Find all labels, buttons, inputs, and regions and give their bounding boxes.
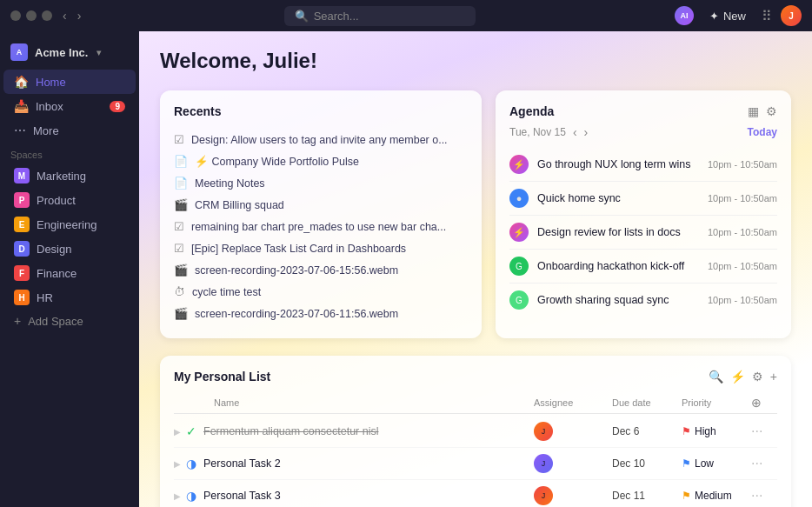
user-avatar[interactable]: J [781, 5, 802, 26]
task-assignee: J [534, 454, 612, 473]
agenda-item-icon: ⚡ [509, 155, 529, 174]
sidebar-item-more[interactable]: ⋯ More [3, 118, 136, 143]
list-item[interactable]: ☑ remaining bar chart pre_mades to use n… [174, 216, 468, 237]
minimize-control[interactable] [26, 10, 37, 21]
sidebar-item-home[interactable]: 🏠 Home [3, 70, 136, 94]
agenda-item-time: 10pm - 10:50am [708, 193, 777, 203]
agenda-item[interactable]: ● Quick home sync 10pm - 10:50am [509, 182, 777, 216]
doc-icon: 📄 [174, 177, 188, 190]
task-more-button[interactable]: ··· [751, 488, 777, 504]
task-more-button[interactable]: ··· [751, 456, 777, 471]
close-control[interactable] [10, 10, 21, 21]
star-icon: ✦ [709, 10, 719, 23]
search-tasks-button[interactable]: 🔍 [709, 370, 723, 384]
main-layout: A Acme Inc. ▾ 🏠 Home 📥 Inbox 9 ⋯ More Sp… [0, 31, 812, 507]
add-field-button[interactable]: ⊕ [751, 396, 762, 410]
expand-icon[interactable]: ▶ [174, 459, 181, 469]
recent-item-text: [Epic] Replace Task List Card in Dashboa… [191, 243, 406, 255]
clock-icon: ⏱ [174, 285, 185, 298]
list-item[interactable]: ☑ Design: Allow users to tag and invite … [174, 129, 468, 150]
sidebar-item-inbox[interactable]: 📥 Inbox 9 [3, 94, 136, 118]
list-item[interactable]: 📄 ⚡ Company Wide Portfolio Pulse [174, 150, 468, 172]
search-placeholder: Search... [314, 10, 359, 23]
search-icon: 🔍 [295, 10, 309, 23]
agenda-title: Agenda [509, 104, 748, 118]
add-space-button[interactable]: + Add Space [3, 310, 136, 332]
workspace-header[interactable]: A Acme Inc. ▾ [0, 38, 139, 66]
task-priority: ⚑ Medium [682, 490, 751, 502]
add-column-button[interactable]: + [770, 370, 777, 384]
video-icon: 🎬 [174, 264, 188, 277]
priority-label: High [695, 425, 716, 437]
agenda-item[interactable]: ⚡ Design review for lists in docs 10pm -… [509, 216, 777, 250]
list-item[interactable]: 🎬 CRM Billing squad [174, 194, 468, 216]
apps-icon[interactable]: ⠿ [762, 8, 772, 24]
expand-icon[interactable]: ▶ [174, 491, 181, 501]
sidebar: A Acme Inc. ▾ 🏠 Home 📥 Inbox 9 ⋯ More Sp… [0, 31, 139, 507]
priority-flag-icon: ⚑ [682, 457, 691, 470]
list-item[interactable]: ⏱ cycle time test [174, 281, 468, 303]
recents-card: Recents ☑ Design: Allow users to tag and… [160, 90, 482, 338]
task-name: Personal Task 2 [203, 457, 534, 470]
list-icons: 🔍 ⚡ ⚙ + [709, 370, 777, 384]
forward-arrow[interactable]: › [74, 7, 85, 24]
avatar: J [534, 422, 553, 441]
task-assignee: J [534, 422, 612, 441]
agenda-item-name: Onboarding hackathon kick-off [537, 260, 699, 272]
list-item[interactable]: 🎬 screen-recording-2023-07-06-11:56.webm [174, 303, 468, 324]
agenda-date-row: Tue, Nov 15 ‹ › Today [509, 125, 777, 139]
agenda-next-button[interactable]: › [584, 125, 589, 139]
agenda-prev-button[interactable]: ‹ [573, 125, 577, 139]
space-item-hr[interactable]: H HR [3, 285, 136, 310]
nav-arrows: ‹ › [59, 7, 84, 24]
back-arrow[interactable]: ‹ [59, 7, 70, 24]
agenda-item-icon: ⚡ [509, 223, 529, 242]
filter-button[interactable]: ⚡ [730, 370, 745, 384]
task-more-button[interactable]: ··· [751, 424, 777, 439]
inbox-icon: 📥 [14, 99, 29, 113]
expand-icon[interactable]: ▶ [174, 427, 181, 437]
agenda-item[interactable]: ⚡ Go through NUX long term wins 10pm - 1… [509, 148, 777, 182]
video-icon: 🎬 [174, 307, 188, 320]
agenda-settings-icon[interactable]: ⚙ [766, 104, 777, 118]
space-item-engineering[interactable]: E Engineering [3, 212, 136, 237]
agenda-item[interactable]: G Onboarding hackathon kick-off 10pm - 1… [509, 250, 777, 284]
task-duedate: Dec 6 [612, 425, 682, 437]
list-item[interactable]: 📄 Meeting Notes [174, 172, 468, 194]
agenda-item-name: Quick home sync [537, 192, 699, 204]
space-item-design[interactable]: D Design [3, 237, 136, 261]
agenda-calendar-icon[interactable]: ▦ [748, 104, 759, 118]
recent-item-text: Meeting Notes [195, 177, 265, 190]
agenda-item[interactable]: G Growth sharing squad sync 10pm - 10:50… [509, 284, 777, 317]
space-name-product: Product [37, 194, 76, 207]
agenda-item-time: 10pm - 10:50am [708, 227, 777, 237]
agenda-item-time: 10pm - 10:50am [708, 159, 777, 170]
col-header-duedate: Due date [612, 397, 682, 408]
settings-button[interactable]: ⚙ [752, 370, 763, 384]
today-button[interactable]: Today [748, 126, 777, 138]
agenda-item-icon: G [509, 290, 529, 310]
agenda-item-icon: ● [509, 189, 529, 208]
space-item-finance[interactable]: F Finance [3, 261, 136, 285]
recent-item-text: screen-recording-2023-07-06-15:56.webm [195, 264, 398, 277]
agenda-icons: ▦ ⚙ [748, 104, 777, 118]
list-item[interactable]: 🎬 screen-recording-2023-07-06-15:56.webm [174, 259, 468, 281]
space-item-product[interactable]: P Product [3, 188, 136, 212]
priority-flag-icon: ⚑ [682, 490, 691, 502]
recent-item-text: Design: Allow users to tag and invite an… [191, 134, 448, 146]
more-icon: ⋯ [14, 123, 26, 137]
space-icon-product: P [14, 192, 30, 208]
maximize-control[interactable] [42, 10, 52, 21]
agenda-item-name: Go through NUX long term wins [537, 158, 699, 170]
new-button[interactable]: ✦ New [702, 6, 753, 26]
space-name-engineering: Engineering [37, 218, 97, 231]
agenda-item-name: Growth sharing squad sync [537, 294, 699, 306]
search-bar[interactable]: 🔍 Search... [284, 6, 476, 26]
ai-button[interactable]: AI [675, 6, 694, 25]
inbox-badge: 9 [110, 101, 125, 112]
col-header-name: Name [188, 397, 534, 408]
space-icon-finance: F [14, 265, 30, 281]
space-item-marketing[interactable]: M Marketing [3, 163, 136, 188]
space-name-finance: Finance [37, 267, 77, 280]
list-item[interactable]: ☑ [Epic] Replace Task List Card in Dashb… [174, 237, 468, 259]
